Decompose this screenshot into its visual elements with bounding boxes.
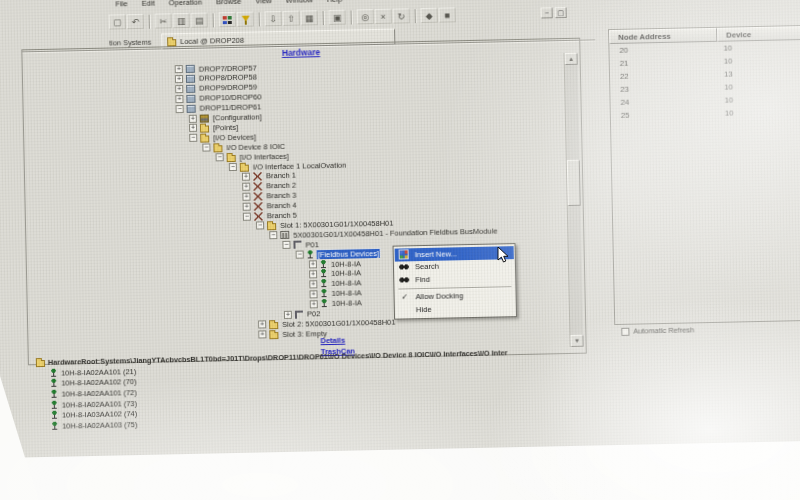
toolbar-group: ⇩⇧▦ [261, 10, 322, 26]
device-column-header[interactable]: Device [717, 25, 800, 42]
tree-item-label[interactable]: 10H-8-IA [330, 269, 362, 279]
expander-icon[interactable]: + [309, 280, 317, 288]
import-icon[interactable]: ⇩ [265, 11, 282, 26]
palette-icon[interactable] [219, 12, 236, 27]
expander-icon[interactable]: + [310, 300, 318, 308]
binoculars-icon [398, 264, 410, 271]
drop-icon [186, 85, 195, 93]
folder-icon [213, 145, 222, 152]
expander-icon[interactable]: + [242, 182, 250, 190]
binoculars-icon [398, 276, 410, 283]
expander-icon[interactable]: + [175, 85, 183, 93]
menu-item-label: Insert New... [415, 249, 457, 259]
expander-icon[interactable]: + [284, 310, 292, 318]
expander-icon[interactable]: − [296, 251, 304, 259]
restore-button[interactable]: ▢ [555, 7, 567, 18]
menu-item-hide[interactable]: Hide [396, 301, 515, 316]
expander-icon[interactable]: − [256, 222, 264, 230]
menu-help[interactable]: Help [320, 0, 350, 6]
expander-icon[interactable]: − [216, 153, 224, 161]
menu-item-find[interactable]: Find [395, 271, 514, 286]
cut-icon[interactable]: ✂ [155, 13, 172, 28]
menu-item-label: Allow Docking [416, 291, 464, 301]
tree-item-label[interactable]: Branch 4 [266, 201, 298, 211]
scroll-up-icon[interactable] [565, 53, 578, 65]
expander-icon[interactable]: + [258, 321, 266, 329]
expander-icon[interactable]: + [309, 260, 317, 268]
menu-file[interactable]: File [108, 0, 134, 11]
expander-icon[interactable]: + [189, 124, 197, 132]
expander-icon[interactable]: + [175, 65, 183, 73]
menu-browse[interactable]: Browse [209, 0, 249, 8]
tree-item-label[interactable]: 10H-8-IA [331, 298, 363, 308]
menu-view[interactable]: View [248, 0, 279, 8]
tree-item-label[interactable]: 10H-8-IA [330, 259, 362, 269]
device-cell: 10 [717, 41, 800, 53]
refresh-icon[interactable]: ↻ [393, 8, 410, 23]
expander-icon[interactable]: − [243, 212, 251, 220]
toolbar-group: ▢↶ [105, 14, 148, 30]
duplicate-icon[interactable]: ▦ [301, 10, 318, 25]
export-icon[interactable]: ⇧ [283, 11, 300, 26]
tree-item-label[interactable]: [Points] [212, 123, 239, 133]
paste-icon[interactable]: ▤ [191, 12, 208, 27]
mouse-cursor [497, 247, 511, 265]
list-item-label: 10H-8-IA02AA102 (70) [61, 377, 136, 388]
tree-item-label[interactable]: Branch 1 [265, 171, 297, 181]
folder-icon [200, 135, 209, 142]
drop-icon [186, 65, 195, 73]
menu-edit[interactable]: Edit [135, 0, 162, 10]
device-icon [320, 269, 327, 278]
toolbar-group: ◎×↻ [353, 8, 414, 24]
menu-window[interactable]: Window [279, 0, 320, 7]
new-icon[interactable]: ▢ [109, 14, 126, 29]
list-item[interactable]: 10H-8-IA02AA103 (75) [51, 419, 137, 431]
branch-icon [253, 182, 262, 190]
expander-icon[interactable]: + [258, 331, 266, 339]
expander-icon[interactable]: + [175, 95, 183, 103]
node-address-panel: Node Address Device 20102110221323102410… [608, 24, 800, 325]
filter-icon[interactable] [237, 12, 254, 27]
expander-icon[interactable]: + [175, 75, 183, 83]
details-link[interactable]: Details [320, 336, 345, 346]
tree-item-label[interactable]: Branch 3 [265, 191, 297, 201]
minimize-button[interactable]: − [541, 7, 553, 18]
drop-icon [187, 104, 196, 112]
config-icon [200, 114, 209, 122]
device-icon [50, 369, 57, 378]
expander-icon[interactable]: + [242, 192, 250, 200]
tree-item-label[interactable]: Branch 2 [265, 181, 297, 191]
tree-item-label[interactable]: 10H-8-IA [330, 288, 362, 298]
tree-item-label[interactable]: 10H-8-IA [330, 279, 362, 289]
expander-icon[interactable]: − [189, 134, 197, 142]
list-item-label: 10H-8-IA03AA102 (74) [62, 409, 137, 420]
load-icon[interactable]: ◆ [421, 8, 438, 23]
screen-photo: FileEditOperationBrowseViewWindowHelp ▢↶… [0, 0, 800, 500]
expander-icon[interactable]: + [309, 290, 317, 298]
device-cell: 10 [718, 54, 800, 66]
expander-icon[interactable]: − [202, 144, 210, 152]
auto-refresh-checkbox[interactable] [621, 327, 629, 335]
scrollbar-thumb[interactable] [567, 160, 581, 206]
expander-icon[interactable]: + [309, 270, 317, 278]
tree-item-label[interactable]: P02 [306, 309, 322, 318]
expander-icon[interactable]: − [269, 231, 277, 239]
tools-icon[interactable]: ■ [439, 7, 456, 22]
close-icon[interactable]: × [375, 9, 392, 24]
expander-icon[interactable]: + [189, 114, 197, 122]
expander-icon[interactable]: − [282, 241, 290, 249]
undo-icon[interactable]: ↶ [127, 14, 144, 29]
expander-icon[interactable]: − [229, 163, 237, 171]
expander-icon[interactable]: + [243, 202, 251, 210]
node-address-column-header[interactable]: Node Address [609, 28, 717, 44]
find-icon[interactable]: ◎ [357, 9, 374, 24]
expander-icon[interactable]: − [176, 105, 184, 113]
menu-item-label: Search [415, 262, 439, 272]
camera-icon[interactable]: ▣ [329, 10, 346, 25]
tree-item-label[interactable]: Branch 5 [266, 211, 298, 221]
menu-operation[interactable]: Operation [162, 0, 210, 9]
tree-item-label[interactable]: [I/O Devices] [212, 132, 257, 142]
tree-item-label[interactable]: P01 [304, 240, 320, 249]
expander-icon[interactable]: + [242, 173, 250, 181]
copy-icon[interactable]: ▥ [173, 13, 190, 28]
